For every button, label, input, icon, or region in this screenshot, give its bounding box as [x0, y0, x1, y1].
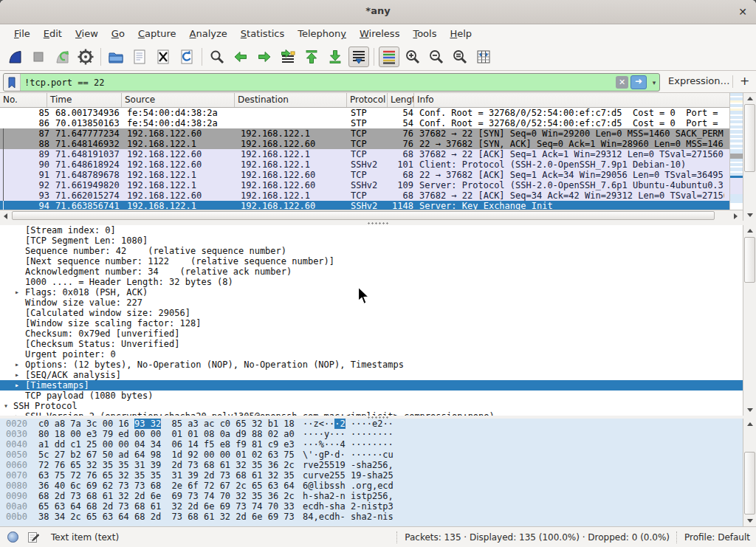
hex-row-0050[interactable]: 00505c 27 b2 67 50 ad 64 98 1d 92 00 00 …	[0, 450, 756, 460]
menu-statistics[interactable]: Statistics	[234, 27, 291, 41]
scrollbar-thumb[interactable]	[744, 452, 755, 515]
expression-button[interactable]: Expression…	[668, 75, 730, 86]
expanded-arrow-icon[interactable]: ▾	[4, 401, 8, 411]
hex-row-00a0[interactable]: 00a065 63 64 68 2d 73 68 61 32 2d 6e 69 …	[0, 501, 756, 512]
menu-capture[interactable]: Capture	[131, 27, 183, 41]
hex-row-0030[interactable]: 003080 18 00 e3 79 ed 00 00 01 01 08 0a …	[0, 429, 756, 439]
detail-line[interactable]: [Checksum Status: Unverified]	[0, 339, 743, 349]
packet-row-85[interactable]: 8568.001734936fe:54:00:d4:38:2aSTP54Conf…	[0, 108, 729, 118]
scrollbar-thumb[interactable]	[744, 237, 755, 283]
reload-file-button[interactable]	[176, 47, 197, 67]
filter-history-dropdown[interactable]: ▾	[649, 79, 659, 86]
menu-tools[interactable]: Tools	[406, 27, 443, 41]
detail-line[interactable]: [TCP Segment Len: 1080]	[0, 235, 743, 246]
hex-row-0020[interactable]: 0020c0 a8 7a 3c 00 16 93 32 85 a3 ac c0 …	[0, 419, 756, 429]
detail-line[interactable]: ▸Options: (12 bytes), No-Operation (NOP)…	[0, 359, 743, 370]
column-header-length[interactable]: Length	[388, 93, 414, 107]
detail-line[interactable]: ▸[SEQ/ACK analysis]	[0, 370, 743, 380]
resize-columns-button[interactable]	[473, 47, 494, 67]
auto-scroll-button[interactable]	[348, 47, 369, 67]
menu-telephony[interactable]: Telephony	[291, 27, 353, 41]
column-header-protocol[interactable]: Protocol	[347, 93, 388, 107]
display-filter-box[interactable]: !tcp.port == 22 ✕ ➜ ▾	[3, 73, 660, 92]
detail-line-selected[interactable]: ▸[Timestamps]	[0, 380, 743, 391]
packet-row-93[interactable]: 9371.662015274192.168.122.60192.168.122.…	[0, 190, 729, 201]
packet-row-90[interactable]: 9071.648618924192.168.122.60192.168.122.…	[0, 159, 729, 170]
close-file-button[interactable]	[153, 47, 173, 67]
details-vscrollbar[interactable]	[743, 225, 756, 416]
scroll-up-button[interactable]	[743, 225, 756, 236]
scroll-up-button[interactable]	[743, 419, 756, 430]
packet-row-92[interactable]: 9271.661949820192.168.122.1192.168.122.6…	[0, 180, 729, 190]
hex-row-00b0[interactable]: 00b038 34 2c 65 63 64 68 2d 73 68 61 32 …	[0, 512, 756, 522]
column-header-destination[interactable]: Destination	[235, 93, 347, 107]
profile-text[interactable]: Profile: Default	[684, 532, 756, 543]
clear-filter-button[interactable]: ✕	[616, 76, 628, 89]
hex-row-0040[interactable]: 0040a1 dd c1 25 00 00 04 34 06 14 f5 e8 …	[0, 439, 756, 450]
collapsed-arrow-icon[interactable]: ▸	[15, 359, 19, 370]
packet-list-header[interactable]: No.TimeSourceDestinationProtocolLengthIn…	[0, 93, 729, 108]
go-back-button[interactable]	[230, 47, 251, 67]
detail-line[interactable]: [Window size scaling factor: 128]	[0, 318, 743, 328]
column-header-no[interactable]: No.	[0, 93, 47, 107]
hscrollbar-thumb[interactable]	[12, 211, 715, 220]
detail-line[interactable]: ▸Flags: 0x018 (PSH, ACK)	[0, 287, 743, 297]
hex-row-0080[interactable]: 008036 40 6c 69 62 73 73 68 2e 6f 72 67 …	[0, 481, 756, 491]
detail-line[interactable]: ▾SSH Protocol	[0, 401, 743, 411]
start-capture-button[interactable]	[4, 47, 25, 67]
hex-row-0090[interactable]: 009068 2d 73 68 61 32 2d 6e 69 73 74 70 …	[0, 491, 756, 501]
restart-capture-button[interactable]	[52, 47, 72, 67]
scrollbar-thumb[interactable]	[744, 104, 755, 172]
add-filter-button[interactable]: +	[740, 74, 749, 88]
collapsed-arrow-icon[interactable]: ▸	[15, 380, 19, 391]
go-to-packet-button[interactable]	[278, 47, 298, 67]
filter-bookmark-button[interactable]	[4, 74, 21, 91]
packet-row-86[interactable]: 8670.013850163fe:54:00:d4:38:2aSTP54Conf…	[0, 118, 729, 128]
zoom-original-button[interactable]	[450, 47, 470, 67]
detail-line[interactable]: [Calculated window size: 29056]	[0, 308, 743, 318]
menu-file[interactable]: File	[7, 27, 37, 41]
scroll-left-button[interactable]	[0, 210, 11, 221]
detail-line[interactable]: Acknowledgment number: 34 (relative ack …	[0, 266, 743, 277]
display-filter-input[interactable]: !tcp.port == 22	[21, 78, 616, 88]
menu-wireless[interactable]: Wireless	[353, 27, 406, 41]
find-packet-button[interactable]	[207, 47, 227, 67]
detail-line[interactable]: Urgent pointer: 0	[0, 349, 743, 359]
menu-edit[interactable]: Edit	[37, 27, 69, 41]
close-window-button[interactable]: ✕	[735, 4, 750, 19]
detail-line[interactable]: [Stream index: 0]	[0, 225, 743, 235]
packet-row-88[interactable]: 8871.648146932192.168.122.1192.168.122.6…	[0, 139, 729, 149]
scroll-down-button[interactable]	[743, 405, 756, 416]
menu-analyze[interactable]: Analyze	[183, 27, 234, 41]
packet-list-vscrollbar[interactable]	[743, 93, 756, 221]
scroll-up-button[interactable]	[743, 93, 756, 104]
column-header-info[interactable]: Info	[414, 93, 729, 107]
column-header-source[interactable]: Source	[122, 93, 235, 107]
go-to-first-button[interactable]	[301, 47, 322, 67]
packet-row-89[interactable]: 8971.648191037192.168.122.60192.168.122.…	[0, 149, 729, 159]
detail-line[interactable]: Checksum: 0x79ed [unverified]	[0, 328, 743, 339]
packet-row-91[interactable]: 9171.648789678192.168.122.1192.168.122.6…	[0, 170, 729, 180]
title-bar[interactable]: *any ✕	[0, 0, 756, 24]
scroll-right-button[interactable]	[729, 210, 742, 221]
detail-line[interactable]: Window size value: 227	[0, 297, 743, 308]
stop-capture-button[interactable]	[28, 47, 49, 67]
capture-options-button[interactable]	[75, 47, 96, 67]
colorize-button[interactable]	[379, 47, 399, 67]
go-to-last-button[interactable]	[325, 47, 346, 67]
zoom-out-button[interactable]	[426, 47, 447, 67]
menu-go[interactable]: Go	[105, 27, 131, 41]
capture-comment-icon[interactable]	[27, 531, 39, 543]
hex-row-0060[interactable]: 006072 76 65 32 35 35 31 39 2d 73 68 61 …	[0, 460, 756, 470]
open-file-button[interactable]	[106, 47, 126, 67]
detail-line[interactable]: Sequence number: 42 (relative sequence n…	[0, 246, 743, 256]
apply-filter-button[interactable]: ➜	[630, 75, 647, 89]
bytes-vscrollbar[interactable]	[743, 419, 756, 526]
column-header-time[interactable]: Time	[47, 93, 122, 107]
packet-list-hscrollbar[interactable]	[0, 210, 743, 221]
save-file-button[interactable]	[129, 47, 150, 67]
packet-row-87[interactable]: 8771.647777234192.168.122.60192.168.122.…	[0, 128, 729, 139]
go-forward-button[interactable]	[254, 47, 275, 67]
scroll-down-button[interactable]	[743, 515, 756, 526]
detail-line[interactable]: [Next sequence number: 1122 (relative se…	[0, 256, 743, 266]
